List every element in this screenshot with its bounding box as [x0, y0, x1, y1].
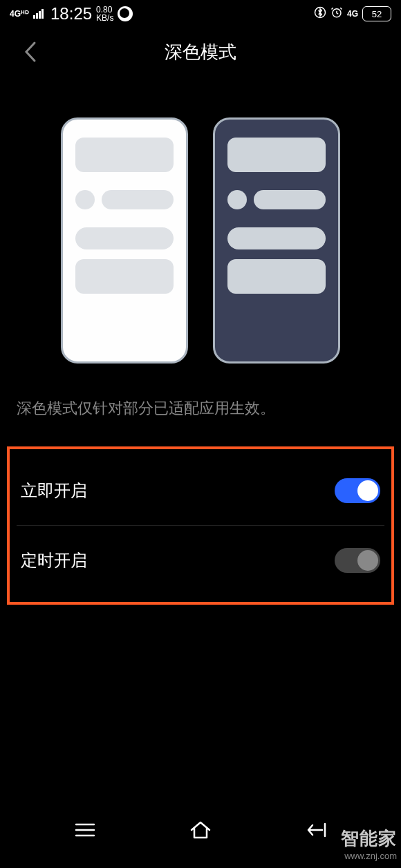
page-header: 深色模式	[0, 28, 401, 76]
toggle-scheduled[interactable]	[335, 548, 380, 573]
clock-time: 18:25	[50, 4, 92, 23]
speed-unit: KB/s	[96, 14, 113, 22]
page-title: 深色模式	[0, 40, 401, 64]
battery-level: 52	[372, 9, 382, 19]
signal-type-label: 4Gᴴᴰ	[10, 9, 29, 19]
back-button[interactable]	[17, 38, 44, 66]
setting-row-enable-now[interactable]: 立即开启	[17, 456, 384, 526]
setting-label: 定时开启	[21, 549, 87, 572]
dark-mode-preview[interactable]	[213, 117, 340, 364]
theme-preview-area	[0, 76, 401, 398]
network-speed: 0.80 KB/s	[96, 6, 113, 22]
watermark-brand: 智能家	[341, 827, 397, 851]
alarm-icon	[330, 6, 343, 22]
watermark-url: www.znj.com	[341, 851, 397, 861]
back-nav-button[interactable]	[295, 816, 337, 844]
setting-label: 立即开启	[21, 480, 87, 502]
status-right: 4G 52	[314, 6, 391, 22]
settings-highlighted-box: 立即开启 定时开启	[7, 446, 394, 605]
light-mode-preview[interactable]	[61, 117, 188, 364]
description-text: 深色模式仅针对部分已适配应用生效。	[0, 398, 401, 419]
toggle-enable-now[interactable]	[335, 478, 380, 503]
status-bar: 4Gᴴᴰ 18:25 0.80 KB/s 4G 52	[0, 0, 401, 28]
bluetooth-icon	[314, 6, 326, 22]
home-button[interactable]	[180, 816, 221, 844]
battery-icon: 52	[362, 6, 391, 21]
recents-button[interactable]	[64, 816, 106, 844]
watermark: 智能家 www.znj.com	[341, 827, 397, 861]
wechat-notification-icon	[118, 6, 133, 21]
signal-bars-icon	[33, 9, 44, 19]
setting-row-scheduled[interactable]: 定时开启	[17, 526, 384, 595]
network-type-label: 4G	[347, 9, 358, 19]
status-left: 4Gᴴᴰ 18:25 0.80 KB/s	[10, 4, 133, 23]
